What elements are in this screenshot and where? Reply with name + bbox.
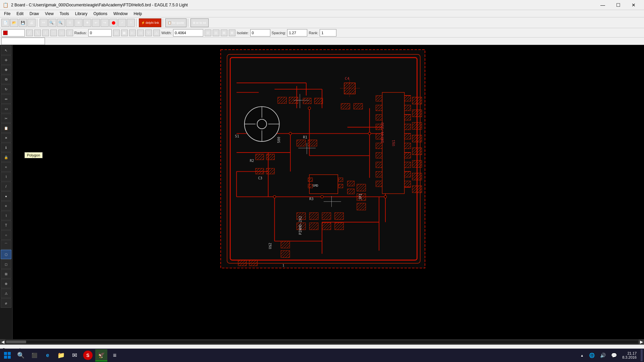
other-app-button[interactable]: ≡ [109, 349, 121, 361]
wire-style-4[interactable]: ⌒ [50, 29, 57, 36]
drill-btn-2[interactable]: ◎ [213, 29, 219, 36]
wire-style-6[interactable]: ∫ [66, 29, 73, 36]
drill-btn-1[interactable]: ⊙ [205, 29, 211, 36]
toolbar-script[interactable]: ? [127, 19, 135, 27]
toolbar-new[interactable]: 📄 [1, 19, 9, 27]
search-button[interactable]: 🔍 [15, 349, 27, 361]
tool-polygon[interactable]: ⬡ [1, 250, 11, 259]
maximize-button[interactable]: ☐ [610, 0, 626, 10]
tool-group[interactable]: ▭ [1, 104, 11, 113]
toolbar-zoom-out[interactable]: 🔍- [57, 19, 65, 27]
tray-network[interactable]: 🌐 [588, 353, 596, 358]
menu-library[interactable]: Library [72, 11, 90, 17]
isolate-input[interactable] [251, 29, 266, 36]
tool-paste[interactable]: 📋 [1, 123, 11, 133]
toolbar-print[interactable]: 🖨 [28, 19, 36, 27]
minimize-button[interactable]: — [595, 0, 610, 10]
rank-dropdown-icon[interactable]: ▼ [330, 31, 334, 35]
radius-dropdown-icon[interactable]: ▼ [105, 31, 110, 35]
toolbar-open[interactable]: 📂 [10, 19, 18, 27]
spacing-input[interactable] [287, 29, 303, 36]
tool-info[interactable]: ℹ [1, 143, 11, 152]
menu-window[interactable]: Window [111, 11, 130, 17]
toolbar-redo[interactable]: ↪ [101, 19, 109, 27]
tool-move[interactable]: ✥ [1, 65, 11, 74]
close-button[interactable]: ✕ [626, 0, 641, 10]
tool-delete[interactable]: ✕ [1, 133, 11, 142]
horizontal-scrollbar[interactable]: ◀ ▶ [0, 339, 644, 345]
menu-tools[interactable]: Tools [57, 11, 72, 17]
mail-button[interactable]: ✉ [68, 349, 80, 361]
menu-help[interactable]: Help [131, 11, 145, 17]
explorer-button[interactable]: 📁 [55, 349, 67, 361]
radius-input[interactable] [89, 29, 105, 36]
tool-cut[interactable]: ✂ [1, 114, 11, 123]
tool-copy[interactable]: ⧉ [1, 75, 11, 84]
tray-show-hidden[interactable]: ▲ [579, 354, 585, 357]
toolbar-stop[interactable]: ⬤ [109, 19, 117, 27]
toolbar-zoom-select[interactable]: ⊞ [74, 19, 83, 27]
toolbar-undo[interactable]: ↩ [92, 19, 100, 27]
menu-file[interactable]: File [1, 11, 13, 17]
scroll-thumb[interactable] [6, 341, 26, 343]
spacing-dropdown-icon[interactable]: ▼ [303, 31, 307, 35]
delphi-link-button[interactable]: ⚡ delphi link [139, 18, 161, 27]
tool-drc[interactable]: ⚠ [1, 289, 11, 298]
wire-style-1[interactable]: ╱ [26, 29, 33, 36]
tool-mirror[interactable]: ⇔ [1, 94, 11, 104]
drill-btn-3[interactable]: ⊞ [221, 29, 227, 36]
menu-options[interactable]: Options [91, 11, 110, 17]
geom-btn-5[interactable]: ▽ [145, 29, 152, 36]
toolbar-zoom-in[interactable]: 🔍+ [48, 19, 56, 27]
geom-btn-2[interactable]: ▦ [121, 29, 128, 36]
geom-btn-6[interactable]: △ [153, 29, 160, 36]
tool-wire[interactable]: / [1, 182, 11, 191]
tray-sound[interactable]: 🔊 [599, 353, 607, 358]
tool-lock[interactable]: 🔒 [1, 153, 11, 162]
tool-pad[interactable]: ⊞ [1, 269, 11, 279]
tool-text[interactable]: T [1, 221, 11, 230]
geom-btn-4[interactable]: ◁ [137, 29, 144, 36]
tray-notifications[interactable]: 💬 [610, 353, 618, 358]
skype-button[interactable]: S [82, 349, 94, 361]
canvas-area[interactable]: Polygon [13, 45, 644, 339]
toolbar-save[interactable]: 💾 [19, 19, 27, 27]
layer-dropdown-icon[interactable]: ▼ [19, 31, 23, 35]
width-dropdown-icon[interactable]: ▼ [197, 31, 201, 35]
tool-rect[interactable]: ◻ [1, 259, 11, 269]
toolbar-pan[interactable]: ✥ [83, 19, 91, 27]
toolbar-check[interactable]: ✓ [118, 19, 126, 27]
geom-btn-3[interactable]: ▷ [129, 29, 136, 36]
geom-btn-1[interactable]: ◻ [113, 29, 120, 36]
eagle-button[interactable]: 🦅 [95, 349, 107, 361]
tool-bus[interactable]: ≡ [1, 201, 11, 210]
toolbar-layers[interactable]: ≡≡ [40, 19, 48, 27]
layer-selector[interactable]: 1 Top ▼ [1, 29, 25, 37]
show-desktop-button[interactable] [641, 349, 643, 361]
tool-ripup[interactable]: ≈ [1, 162, 11, 172]
scroll-left-button[interactable]: ◀ [0, 339, 5, 345]
menu-view[interactable]: View [42, 11, 56, 17]
scroll-right-button[interactable]: ▶ [639, 339, 644, 345]
tool-rotate[interactable]: ↻ [1, 84, 11, 94]
tool-cross[interactable]: ✛ [1, 55, 11, 65]
edge-button[interactable]: e [42, 349, 54, 361]
taskview-button[interactable]: ⬛ [28, 349, 40, 361]
tool-pointer[interactable]: ↖ [1, 46, 11, 55]
drill-btn-4[interactable]: ⊠ [229, 29, 235, 36]
tool-arc[interactable]: ⌒ [1, 240, 11, 249]
tool-ratsnest[interactable]: ⌀ [1, 298, 11, 308]
tool-junction[interactable]: ● [1, 191, 11, 201]
menu-draw[interactable]: Draw [27, 11, 42, 17]
menu-edit[interactable]: Edit [14, 11, 26, 17]
tool-net[interactable]: ⌇ [1, 211, 11, 220]
rank-input[interactable] [320, 29, 330, 36]
start-button[interactable] [1, 349, 13, 361]
for-quote-button[interactable]: 📋 for quote [165, 18, 186, 27]
isolate-dropdown-icon[interactable]: ▼ [266, 31, 270, 35]
width-input[interactable] [173, 29, 197, 36]
wire-style-5[interactable]: ⌣ [58, 29, 65, 36]
or-to-so-button[interactable]: ⊕ or to so [191, 18, 209, 27]
tool-via[interactable]: ⊕ [1, 279, 11, 288]
tool-route[interactable]: ⌇ [1, 172, 11, 181]
